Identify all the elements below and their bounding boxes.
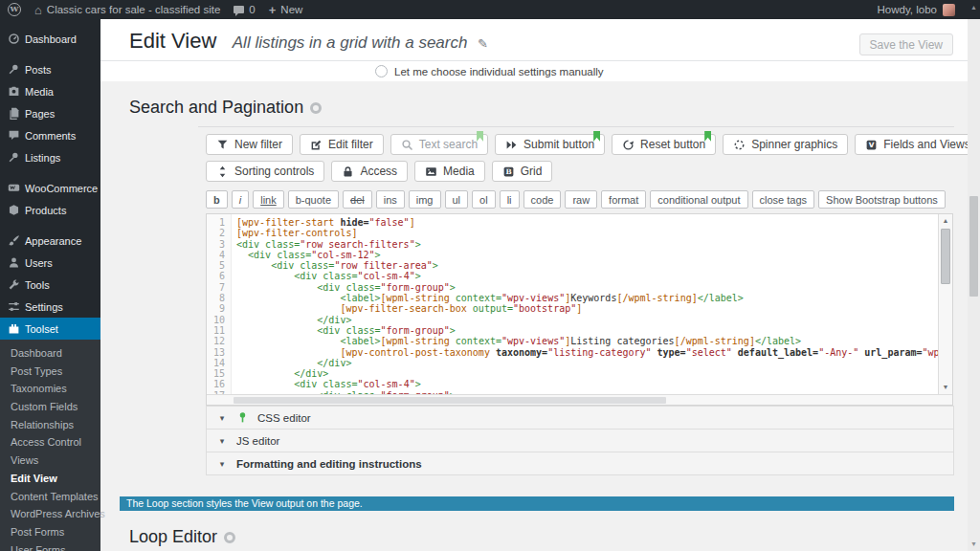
scroll-up-arrow[interactable]: ▲ (939, 215, 952, 227)
media-button[interactable]: Media (414, 161, 485, 182)
sidebar-item-settings[interactable]: Settings (0, 296, 100, 318)
new-filter-button[interactable]: New filter (206, 134, 293, 155)
code-token: <label> (340, 336, 380, 346)
js-editor-section-toggle[interactable]: ▾JS editor (206, 429, 954, 452)
submit-button-button[interactable]: Submit button (495, 134, 605, 155)
collapsed-sections: ▾CSS editor▾JS editor▾Formatting and edi… (206, 406, 954, 475)
sidebar-item-appearance[interactable]: Appearance (0, 230, 100, 252)
sidebar-item-label: Media (25, 86, 54, 98)
code-token: Keywords (570, 293, 616, 303)
scroll-up-arrow[interactable]: ▲ (968, 2, 980, 13)
submenu-item-content-templates[interactable]: Content Templates (0, 488, 100, 506)
reset-button-button[interactable]: Reset button (612, 134, 716, 155)
submenu-item-edit-view[interactable]: Edit View (0, 470, 100, 488)
grid-button[interactable]: BGrid (492, 161, 553, 182)
submenu-item-access-control[interactable]: Access Control (0, 433, 100, 452)
sidebar-item-toolset[interactable]: Toolset (0, 318, 100, 340)
quicktag-img-button[interactable]: img (409, 190, 441, 209)
scroll-down-arrow[interactable]: ▼ (939, 382, 952, 393)
submenu-item-custom-fields[interactable]: Custom Fields (0, 398, 100, 416)
css-editor-section-toggle[interactable]: ▾CSS editor (206, 406, 954, 429)
code-token: url_param= (858, 347, 922, 358)
access-button[interactable]: Access (331, 161, 408, 182)
save-view-button[interactable]: Save the View (859, 33, 954, 55)
code-token: output= (467, 303, 513, 314)
wordpress-logo-icon[interactable]: W (8, 3, 21, 16)
sidebar-item-posts[interactable]: Posts (0, 58, 100, 80)
sidebar-item-tools[interactable]: Tools (0, 274, 100, 296)
sidebar-item-comments[interactable]: Comments (0, 124, 100, 146)
admin-bar: W ⌂ Classic cars for sale - classified s… (0, 0, 980, 19)
quicktag-raw-button[interactable]: raw (565, 190, 597, 209)
forward-icon (505, 139, 518, 151)
sidebar-item-users[interactable]: Users (0, 252, 100, 274)
sorting-controls-button[interactable]: Sorting controls (206, 161, 324, 182)
code-token: <div (271, 260, 294, 271)
scroll-down-arrow[interactable]: ▼ (968, 539, 980, 550)
sidebar-item-label: Toolset (25, 323, 58, 335)
comment-icon (7, 129, 20, 143)
button-label: Sorting controls (234, 165, 314, 178)
sidebar-item-listings[interactable]: Listings (0, 146, 100, 168)
code-token: ] (410, 217, 415, 228)
sidebar-item-dashboard[interactable]: Dashboard (0, 28, 100, 50)
code-token: class= (340, 325, 380, 336)
quicktag-ol-button[interactable]: ol (472, 190, 496, 209)
quicktag-show-bootstrap-buttons-button[interactable]: Show Bootstrap buttons (818, 190, 946, 209)
quicktag-del-button[interactable]: del (343, 190, 372, 209)
page-scrollbar-thumb[interactable] (969, 196, 978, 297)
code-token: [/wpml-string] (616, 293, 697, 303)
help-icon[interactable] (224, 532, 235, 543)
button-label: Grid (521, 165, 543, 178)
editor-hscrollbar-thumb[interactable] (234, 397, 666, 404)
search-icon (401, 139, 413, 151)
edit-title-pencil-icon[interactable]: ✎ (478, 36, 488, 51)
submenu-item-taxonomies[interactable]: Taxonomies (0, 380, 100, 398)
quicktag-format-button[interactable]: format (601, 190, 646, 209)
code-token: "row search-filters" (300, 239, 414, 250)
site-name-link[interactable]: ⌂ Classic cars for sale - classified sit… (34, 4, 220, 16)
quicktag-code-button[interactable]: code (523, 190, 562, 209)
editor-horizontal-scrollbar (207, 394, 952, 405)
sidebar-item-pages[interactable]: Pages (0, 102, 100, 124)
sidebar-item-woocommerce[interactable]: WooCommerce (0, 177, 100, 199)
new-content-link[interactable]: + New (269, 4, 303, 16)
comments-admin-link[interactable]: 0 (234, 4, 255, 15)
howdy-user-link[interactable]: Howdy, lobo (878, 4, 937, 15)
submenu-item-user-forms[interactable]: User Forms (0, 541, 100, 551)
editor-vertical-scrollbar: ▲ ▼ (938, 214, 952, 394)
editor-scrollbar-thumb[interactable] (941, 229, 950, 284)
quicktag-i-button[interactable]: i (232, 190, 249, 209)
toolset-submenu: DashboardPost TypesTaxonomiesCustom Fiel… (0, 340, 100, 551)
submenu-item-relationships[interactable]: Relationships (0, 416, 100, 434)
view-title: All listings in a grid with a search (233, 33, 468, 52)
quicktag-b-quote-button[interactable]: b-quote (288, 190, 339, 209)
manual-settings-radio[interactable] (375, 65, 388, 77)
sidebar-item-label: Users (25, 257, 53, 269)
submenu-item-views[interactable]: Views (0, 452, 100, 470)
formatting-and-editing-instructions-section-toggle[interactable]: ▾Formatting and editing instructions (206, 452, 954, 474)
sidebar-item-media[interactable]: Media (0, 80, 100, 102)
spinner-graphics-button[interactable]: Spinner graphics (723, 134, 848, 155)
filter-code-editor: 1234567891011121314151617 [wpv-filter-st… (206, 213, 953, 406)
submenu-item-dashboard[interactable]: Dashboard (0, 344, 100, 363)
submenu-item-wordpress-archives[interactable]: WordPress Archives (0, 505, 100, 523)
help-icon[interactable] (310, 102, 322, 114)
quicktag-b-button[interactable]: b (206, 190, 228, 209)
user-avatar[interactable] (943, 4, 955, 16)
sidebar-item-products[interactable]: Products (0, 199, 100, 221)
quicktag-li-button[interactable]: li (500, 190, 520, 209)
quicktag-link-button[interactable]: link (253, 190, 284, 209)
quicktag-conditional-output-button[interactable]: conditional output (650, 190, 747, 209)
text-search-button[interactable]: Text search (390, 134, 488, 155)
code-area[interactable]: [wpv-filter-start hide="false"][wpv-filt… (232, 214, 938, 394)
code-token: Listing categories (570, 336, 674, 346)
quicktag-close-tags-button[interactable]: close tags (752, 190, 815, 209)
edit-filter-button[interactable]: Edit filter (300, 134, 384, 155)
fields-and-views-button[interactable]: VFields and Views (855, 134, 980, 155)
submenu-item-post-forms[interactable]: Post Forms (0, 523, 100, 541)
sidebar-item-label: WooCommerce (25, 183, 98, 194)
quicktag-ul-button[interactable]: ul (445, 190, 469, 209)
submenu-item-post-types[interactable]: Post Types (0, 363, 100, 381)
quicktag-ins-button[interactable]: ins (376, 190, 405, 209)
